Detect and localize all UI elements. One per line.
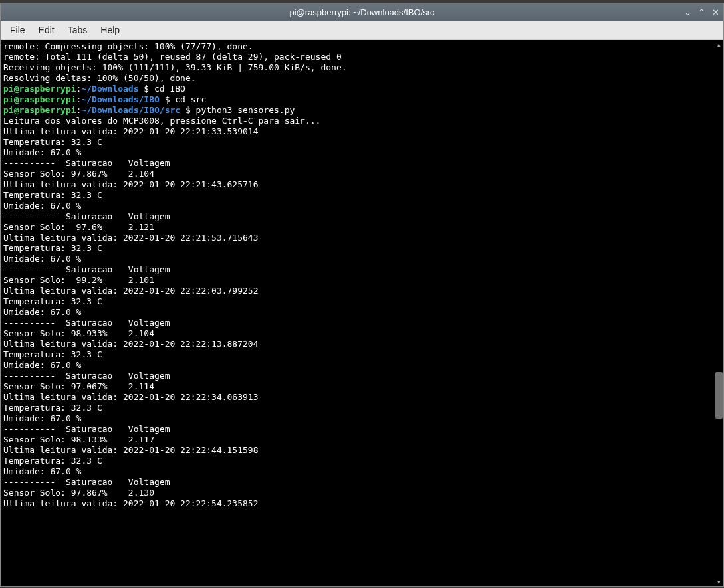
menubar: File Edit Tabs Help bbox=[1, 21, 723, 40]
terminal-line: Umidade: 67.0 % bbox=[3, 466, 712, 477]
menu-file[interactable]: File bbox=[3, 22, 32, 38]
terminal-line: ---------- Saturacao Voltagem bbox=[3, 264, 712, 275]
titlebar[interactable]: pi@raspberrypi: ~/Downloads/IBO/src ⌄ ⌃ … bbox=[1, 3, 723, 21]
terminal-line: ---------- Saturacao Voltagem bbox=[3, 211, 712, 222]
terminal-line: Ultima leitura valida: 2022-01-20 22:22:… bbox=[3, 286, 712, 296]
terminal-line: Ultima leitura valida: 2022-01-20 22:22:… bbox=[3, 392, 712, 403]
menu-edit[interactable]: Edit bbox=[32, 22, 61, 38]
scroll-down-icon[interactable]: ▾ bbox=[715, 577, 723, 586]
terminal-line: ---------- Saturacao Voltagem bbox=[3, 158, 712, 169]
terminal-line: Ultima leitura valida: 2022-01-20 22:21:… bbox=[3, 179, 712, 190]
terminal-line: Leitura dos valores do MCP3008, pression… bbox=[3, 116, 712, 126]
maximize-icon[interactable]: ⌃ bbox=[698, 8, 705, 17]
terminal-line: Ultima leitura valida: 2022-01-20 22:22:… bbox=[3, 445, 712, 456]
terminal-line: Sensor Solo: 97.6% 2.121 bbox=[3, 222, 712, 233]
terminal-line: Sensor Solo: 99.2% 2.101 bbox=[3, 275, 712, 286]
terminal-line: Receiving objects: 100% (111/111), 39.33… bbox=[3, 62, 712, 73]
terminal-line: Sensor Solo: 98.933% 2.104 bbox=[3, 328, 712, 339]
scroll-up-icon[interactable]: ▴ bbox=[715, 40, 723, 49]
terminal-line: Temperatura: 32.3 C bbox=[3, 137, 712, 147]
terminal-window: pi@raspberrypi: ~/Downloads/IBO/src ⌄ ⌃ … bbox=[0, 3, 724, 587]
terminal-line: Umidade: 67.0 % bbox=[3, 307, 712, 318]
terminal-line: pi@raspberrypi:~/Downloads/IBO $ cd src bbox=[3, 94, 712, 105]
terminal-line: Temperatura: 32.3 C bbox=[3, 243, 712, 254]
terminal-line: Temperatura: 32.3 C bbox=[3, 296, 712, 307]
terminal-line: remote: Compressing objects: 100% (77/77… bbox=[3, 41, 712, 52]
terminal-line: remote: Total 111 (delta 50), reused 87 … bbox=[3, 52, 712, 62]
menu-help[interactable]: Help bbox=[94, 22, 126, 38]
close-icon[interactable]: ✕ bbox=[712, 8, 719, 17]
terminal-line: Temperatura: 32.3 C bbox=[3, 190, 712, 201]
terminal-line: Temperatura: 32.3 C bbox=[3, 456, 712, 466]
terminal-line: ---------- Saturacao Voltagem bbox=[3, 477, 712, 488]
terminal-line: ---------- Saturacao Voltagem bbox=[3, 371, 712, 381]
menu-tabs[interactable]: Tabs bbox=[61, 22, 94, 38]
terminal-line: Sensor Solo: 98.133% 2.117 bbox=[3, 435, 712, 445]
terminal-wrap: remote: Compressing objects: 100% (77/77… bbox=[1, 40, 723, 586]
terminal-line: pi@raspberrypi:~/Downloads/IBO/src $ pyt… bbox=[3, 105, 712, 116]
window-controls: ⌄ ⌃ ✕ bbox=[684, 3, 719, 21]
terminal-line: Ultima leitura valida: 2022-01-20 22:22:… bbox=[3, 498, 712, 509]
terminal-line: Sensor Solo: 97.867% 2.130 bbox=[3, 488, 712, 498]
terminal-line: pi@raspberrypi:~/Downloads $ cd IBO bbox=[3, 84, 712, 94]
scrollbar[interactable]: ▴ ▾ bbox=[715, 40, 723, 586]
scroll-thumb[interactable] bbox=[715, 372, 723, 419]
terminal-line: Ultima leitura valida: 2022-01-20 22:21:… bbox=[3, 233, 712, 243]
terminal-line: Ultima leitura valida: 2022-01-20 22:21:… bbox=[3, 126, 712, 137]
terminal-line: Ultima leitura valida: 2022-01-20 22:22:… bbox=[3, 339, 712, 349]
terminal-line: Temperatura: 32.3 C bbox=[3, 349, 712, 360]
terminal-line: Umidade: 67.0 % bbox=[3, 254, 712, 264]
terminal-line: Sensor Solo: 97.867% 2.104 bbox=[3, 169, 712, 179]
terminal-line: Resolving deltas: 100% (50/50), done. bbox=[3, 73, 712, 84]
terminal-line: ---------- Saturacao Voltagem bbox=[3, 318, 712, 328]
window-title: pi@raspberrypi: ~/Downloads/IBO/src bbox=[289, 7, 434, 17]
minimize-icon[interactable]: ⌄ bbox=[684, 8, 691, 17]
terminal-line: Umidade: 67.0 % bbox=[3, 413, 712, 424]
terminal-line: Umidade: 67.0 % bbox=[3, 360, 712, 371]
terminal[interactable]: remote: Compressing objects: 100% (77/77… bbox=[1, 40, 715, 586]
terminal-line: Umidade: 67.0 % bbox=[3, 201, 712, 211]
terminal-line: Umidade: 67.0 % bbox=[3, 147, 712, 158]
terminal-line: Temperatura: 32.3 C bbox=[3, 403, 712, 413]
terminal-line: ---------- Saturacao Voltagem bbox=[3, 424, 712, 435]
terminal-line: Sensor Solo: 97.067% 2.114 bbox=[3, 381, 712, 392]
